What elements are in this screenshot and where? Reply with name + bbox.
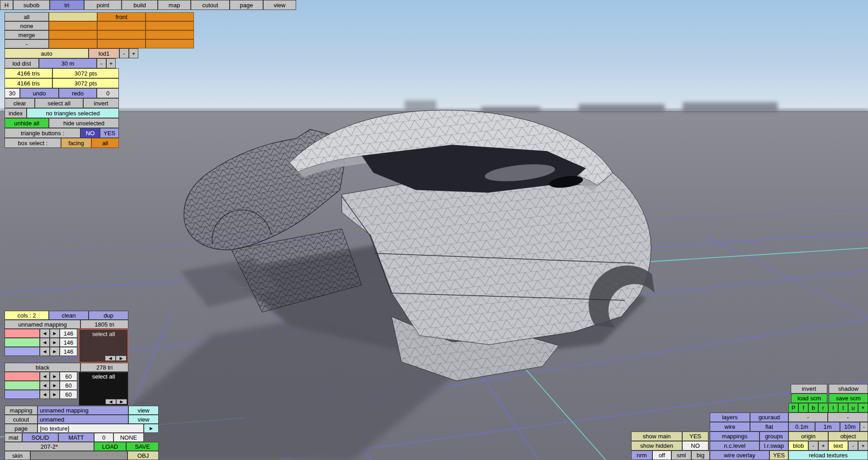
menu-item-build[interactable]: build	[122, 0, 158, 10]
lr-swap-button[interactable]: l.r.swap	[760, 441, 788, 451]
box-select-facing[interactable]: facing	[61, 138, 91, 148]
view-right-button[interactable]: r	[818, 403, 828, 413]
hide-unselected-button[interactable]: hide unselected	[49, 118, 119, 128]
group-name[interactable]: black	[5, 363, 80, 372]
subob-grid-cell[interactable]	[49, 39, 97, 48]
group-next-button[interactable]: ▶	[116, 399, 127, 404]
mat-matt-button[interactable]: MATT	[58, 433, 94, 442]
blob-minus-button[interactable]: -	[808, 441, 818, 451]
channel-prev-button[interactable]: ◀	[40, 329, 50, 338]
group-prev-button[interactable]: ◀	[105, 399, 116, 404]
menu-item-page[interactable]: page	[230, 0, 263, 10]
select-all-button[interactable]: select all	[35, 98, 83, 108]
lod1-button[interactable]: lod1	[89, 48, 119, 58]
invert-view-button[interactable]: invert	[791, 384, 827, 394]
clear-button[interactable]: clear	[5, 98, 35, 108]
view-perspective-button[interactable]: P	[788, 403, 798, 413]
channel-prev-button[interactable]: ◀	[40, 338, 50, 347]
grid-01m-button[interactable]: 0.1m	[788, 422, 815, 432]
cutout-view-button[interactable]: view	[128, 415, 159, 424]
menu-item-tri[interactable]: tri	[50, 0, 84, 10]
grid-1m-button[interactable]: 1m	[815, 422, 840, 432]
skin-field[interactable]	[30, 451, 127, 460]
grid-10m-button[interactable]: 10m	[840, 422, 860, 432]
wire-overlay-button[interactable]: wire overlay	[710, 451, 769, 460]
load-scm-button[interactable]: load scm	[791, 394, 827, 403]
reload-textures-button[interactable]: reload textures	[788, 451, 868, 460]
view-left-button[interactable]: l	[828, 403, 838, 413]
cutout-value[interactable]: unnamed	[38, 415, 128, 424]
text-plus-button[interactable]: +	[858, 441, 868, 451]
group-next-button[interactable]: ▶	[116, 356, 127, 361]
save-button[interactable]: SAVE	[126, 442, 159, 451]
subob-grid-cell[interactable]	[146, 12, 194, 21]
undo-button[interactable]: undo	[20, 88, 59, 98]
redo-button[interactable]: redo	[59, 88, 97, 98]
subob-grid-cell[interactable]	[97, 39, 146, 48]
dash-button[interactable]: -	[860, 422, 868, 432]
subob-grid-cell[interactable]	[146, 21, 194, 30]
triangle-buttons-no[interactable]: NO	[80, 128, 100, 138]
subob-grid-cell[interactable]	[49, 12, 97, 21]
box-select-all[interactable]: all	[91, 138, 119, 148]
mat-none-value[interactable]: NONE	[113, 433, 144, 442]
show-main-toggle[interactable]: show main	[631, 432, 682, 441]
shadow-button[interactable]: shadow	[829, 384, 868, 394]
subob-grid-cell[interactable]	[146, 39, 194, 48]
mat-num-value[interactable]: 0	[94, 433, 113, 442]
channel-next-button[interactable]: ▶	[50, 347, 60, 356]
text-minus-button[interactable]: -	[848, 441, 858, 451]
menu-item-cutout[interactable]: cutout	[191, 0, 230, 10]
view-dot-button[interactable]: ●	[858, 403, 868, 413]
obj-button[interactable]: OBJ	[127, 451, 159, 460]
lod-plus-button[interactable]: +	[129, 48, 138, 58]
color-swatch[interactable]	[5, 347, 40, 356]
group-select-all-box[interactable]: select all ◀ ▶	[79, 372, 128, 406]
triangle-buttons-yes[interactable]: YES	[100, 128, 119, 138]
mapping-value[interactable]: unnamed mapping	[38, 406, 128, 415]
subob-grid-cell[interactable]	[49, 21, 97, 30]
channel-prev-button[interactable]: ◀	[40, 347, 50, 356]
dash-button[interactable]: -	[828, 413, 868, 422]
group-prev-button[interactable]: ◀	[105, 356, 116, 361]
page-texture-field[interactable]: [no texture]	[38, 424, 144, 433]
object-button[interactable]: object	[828, 432, 868, 441]
color-swatch[interactable]	[5, 338, 40, 347]
blob-plus-button[interactable]: +	[818, 441, 828, 451]
channel-next-button[interactable]: ▶	[50, 381, 60, 390]
view-under-button[interactable]: u	[848, 403, 858, 413]
nrm-sml-button[interactable]: sml	[671, 451, 691, 460]
save-scm-button[interactable]: save scm	[829, 394, 868, 403]
menu-item-view[interactable]: view	[263, 0, 296, 10]
origin-button[interactable]: origin	[788, 432, 828, 441]
show-main-value[interactable]: YES	[682, 432, 708, 441]
grid-row-all[interactable]: all	[5, 12, 49, 21]
nrm-off-value[interactable]: off	[652, 451, 671, 460]
groups-button[interactable]: groups	[760, 432, 788, 441]
channel-next-button[interactable]: ▶	[50, 372, 60, 381]
group-select-all-label[interactable]: select all	[92, 373, 115, 380]
blob-label[interactable]: blob	[788, 441, 808, 451]
menu-item-h[interactable]: H	[0, 0, 13, 10]
lod-dist-plus-button[interactable]: +	[106, 58, 116, 68]
subob-grid-cell[interactable]	[97, 30, 146, 39]
subob-grid-cell[interactable]	[49, 30, 97, 39]
group-name[interactable]: unnamed mapping	[5, 320, 80, 329]
invert-button[interactable]: invert	[83, 98, 119, 108]
channel-next-button[interactable]: ▶	[50, 329, 60, 338]
grid-row-dash[interactable]: -	[5, 39, 49, 48]
nc-level-button[interactable]: n.c.level	[710, 441, 760, 451]
channel-next-button[interactable]: ▶	[50, 390, 60, 399]
nrm-big-button[interactable]: big	[691, 451, 710, 460]
menu-item-subob[interactable]: subob	[13, 0, 50, 10]
mat-solid-button[interactable]: SOLID	[22, 433, 58, 442]
show-hidden-toggle[interactable]: show hidden	[631, 441, 682, 451]
page-next-button[interactable]: ▶	[144, 424, 159, 433]
unhide-all-button[interactable]: unhide all	[5, 118, 49, 128]
subob-grid-cell-front[interactable]: front	[97, 12, 146, 21]
view-front-button[interactable]: f	[798, 403, 808, 413]
file-name-field[interactable]: 207-2*	[5, 442, 94, 451]
lod-minus-button[interactable]: -	[119, 48, 129, 58]
clean-button[interactable]: clean	[49, 311, 89, 320]
flat-button[interactable]: flat	[750, 422, 788, 432]
